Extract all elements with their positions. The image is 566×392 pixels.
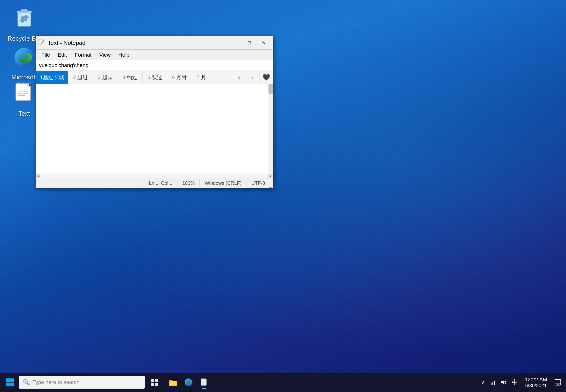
text-cursor [89, 63, 89, 68]
start-button[interactable] [2, 375, 18, 390]
taskbar-task-view[interactable] [147, 375, 162, 390]
close-button[interactable]: ✕ [256, 38, 271, 48]
ime-prev-button[interactable]: ‹ [232, 71, 246, 84]
maximize-button[interactable]: □ [242, 38, 256, 48]
search-bar[interactable]: 🔍 Type here to search [19, 376, 145, 389]
ime-candidate-text-3: 越国 [102, 74, 113, 81]
tray-network-icon[interactable] [488, 377, 498, 388]
scroll-track[interactable] [41, 174, 268, 178]
system-clock[interactable]: 12:22 AM 6/30/2021 [522, 376, 551, 389]
system-tray: ∧ [480, 375, 564, 390]
tray-ime-indicator[interactable]: 中 [510, 377, 520, 388]
status-position: Ln 1, Col 1 [144, 180, 178, 186]
scrollbar-thumb[interactable] [268, 84, 273, 94]
text-input-area[interactable]: yue'guo'chang'cheng [36, 60, 273, 71]
svg-rect-25 [491, 383, 492, 385]
svg-rect-27 [494, 381, 495, 385]
notepad-window: 📝 Text - Notepad — □ ✕ File Edit Format … [36, 36, 273, 188]
ime-next-button[interactable]: › [246, 71, 259, 84]
text-content: yue'guo'chang'cheng [39, 62, 89, 69]
ime-candidate-text-4: 约过 [127, 74, 138, 81]
edge-icon [10, 43, 39, 72]
svg-rect-15 [151, 383, 154, 386]
clock-time: 12:22 AM [525, 377, 547, 383]
taskbar: 🔍 Type here to search [0, 373, 566, 392]
ime-candidate-num-6: 6 [172, 75, 175, 80]
status-bar: Ln 1, Col 1 100% Windows (CRLF) UTF-8 [36, 178, 273, 188]
scroll-right-button[interactable]: ► [268, 174, 273, 178]
menu-file[interactable]: File [38, 51, 54, 59]
svg-rect-2 [18, 13, 31, 26]
notification-button[interactable] [552, 375, 564, 390]
svg-rect-19 [170, 381, 177, 385]
resize-grip[interactable] [268, 184, 273, 188]
ime-candidate-6[interactable]: 6 月骨 [167, 71, 192, 84]
vertical-scrollbar[interactable] [268, 84, 273, 174]
svg-rect-13 [151, 379, 154, 382]
taskbar-file-explorer[interactable] [165, 375, 181, 390]
ime-candidate-text-5: 跃过 [152, 74, 162, 81]
text-file-label: Text [18, 110, 30, 117]
svg-marker-28 [501, 380, 504, 384]
minimize-button[interactable]: — [227, 38, 242, 48]
ime-candidate-text-7: 月 [201, 74, 206, 81]
tray-volume-icon[interactable] [499, 377, 508, 388]
ime-candidate-num-2: 2 [73, 75, 76, 80]
menu-format[interactable]: Format [71, 51, 95, 59]
svg-rect-11 [6, 383, 10, 386]
svg-rect-1 [21, 9, 27, 11]
ime-candidate-text-2: 越过 [77, 74, 88, 81]
ime-favorites-button[interactable]: 🖤 [259, 71, 273, 84]
ime-candidate-3[interactable]: 3 越国 [93, 71, 118, 84]
ime-candidate-num-7: 7 [197, 75, 199, 80]
ime-candidate-bar[interactable]: 1 越过长城 2 越过 3 越国 4 约过 5 跃过 6 月骨 [36, 71, 273, 84]
horizontal-scrollbar[interactable]: ◄ ► [36, 174, 273, 178]
ime-candidate-num-4: 4 [123, 75, 125, 80]
ime-candidate-text-6: 月骨 [176, 74, 187, 81]
svg-rect-12 [10, 383, 14, 386]
desktop: Recycle Bin Micro [0, 0, 566, 392]
ime-candidate-num-1: 1 [40, 74, 43, 81]
ime-candidate-7[interactable]: 7 月 [192, 71, 211, 84]
svg-rect-26 [492, 382, 493, 385]
text-file-icon [10, 79, 39, 109]
taskbar-divider-1 [164, 378, 164, 387]
menu-view[interactable]: View [95, 51, 114, 59]
tray-icons [488, 377, 508, 388]
status-zoom: 100% [178, 180, 200, 186]
title-bar: 📝 Text - Notepad — □ ✕ [36, 36, 273, 50]
editor-area[interactable] [36, 84, 273, 174]
ime-candidate-num-5: 5 [147, 75, 150, 80]
tray-chevron-button[interactable]: ∧ [480, 378, 487, 386]
ime-candidate-4[interactable]: 4 约过 [118, 71, 143, 84]
ime-candidate-selected[interactable]: 1 越过长城 [36, 71, 68, 84]
svg-rect-9 [6, 378, 10, 382]
recycle-bin-icon [10, 4, 39, 33]
ime-candidate-num-3: 3 [98, 75, 100, 80]
ime-candidate-2[interactable]: 2 越过 [68, 71, 93, 84]
status-encoding: UTF-8 [247, 180, 270, 186]
taskbar-notepad[interactable] [196, 375, 212, 390]
menu-bar: File Edit Format View Help [36, 50, 273, 60]
clock-date: 6/30/2021 [525, 383, 547, 388]
notepad-title-icon: 📝 [38, 39, 45, 46]
menu-edit[interactable]: Edit [54, 51, 71, 59]
ime-candidate-5[interactable]: 5 跃过 [143, 71, 167, 84]
title-bar-buttons: — □ ✕ [227, 38, 271, 48]
search-placeholder: Type here to search [32, 379, 79, 385]
taskbar-edge[interactable] [181, 375, 196, 390]
scroll-left-button[interactable]: ◄ [36, 174, 41, 178]
ime-nav: ‹ › 🖤 [232, 71, 273, 84]
notepad-title: Text - Notepad [48, 40, 227, 46]
svg-rect-16 [155, 383, 158, 386]
search-icon: 🔍 [23, 379, 30, 386]
ime-candidate-text-1: 越过长城 [43, 74, 64, 81]
svg-rect-10 [10, 378, 14, 382]
status-line-endings: Windows (CRLF) [200, 180, 247, 186]
menu-help[interactable]: Help [114, 51, 133, 59]
svg-rect-14 [155, 379, 158, 382]
